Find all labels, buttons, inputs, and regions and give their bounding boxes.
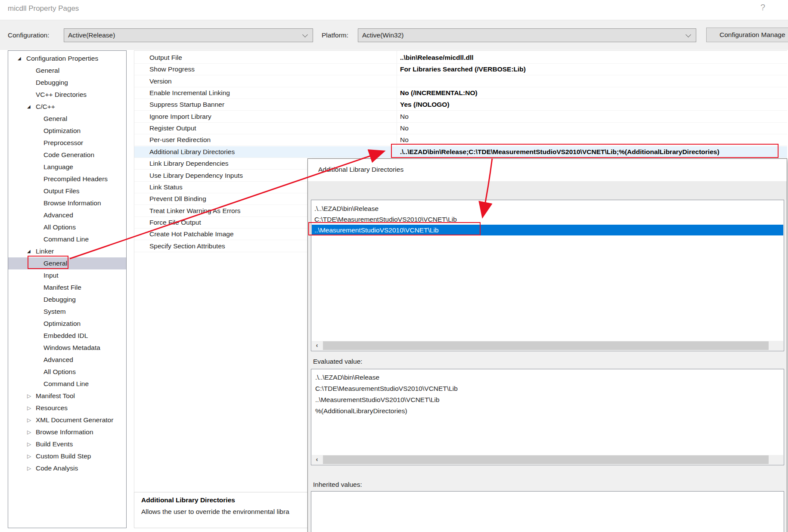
grid-row-enable-incremental-linking[interactable]: Enable Incremental LinkingNo (/INCREMENT… bbox=[134, 87, 787, 99]
expander-open-icon[interactable]: ◢ bbox=[27, 245, 31, 257]
tree-item-precompiled-headers[interactable]: Precompiled Headers bbox=[8, 173, 126, 185]
tree-item-optimization[interactable]: Optimization bbox=[8, 318, 126, 330]
tree-item-general[interactable]: General bbox=[8, 257, 126, 269]
tree-item-manifest-file[interactable]: Manifest File bbox=[8, 281, 126, 294]
expander-open-icon[interactable]: ◢ bbox=[18, 53, 21, 65]
platform-dropdown[interactable]: Active(Win32) bbox=[358, 28, 696, 42]
grid-row-suppress-startup-banner[interactable]: Suppress Startup BannerYes (/NOLOGO) bbox=[134, 99, 787, 111]
tree-item-output-files[interactable]: Output Files bbox=[8, 185, 126, 197]
property-value[interactable]: ..\bin\Release/micdll.dll bbox=[400, 54, 474, 62]
configuration-manager-button-label: Configuration Manage bbox=[720, 31, 785, 39]
tree-item-command-line[interactable]: Command Line bbox=[8, 378, 126, 390]
tree-item-label: General bbox=[43, 113, 67, 125]
evaluated-horizontal-scrollbar[interactable]: ‹ bbox=[312, 455, 783, 464]
tree-item-command-line[interactable]: Command Line bbox=[8, 233, 126, 245]
directory-list-item[interactable]: C:\TDE\MeasurementStudioVS2010\VCNET\Lib bbox=[312, 214, 783, 225]
inherited-values-box[interactable] bbox=[311, 491, 784, 532]
tree-item-label: Preprocessor bbox=[43, 137, 83, 149]
configuration-bar: Configuration: Active(Release) Platform:… bbox=[0, 20, 788, 50]
tree-item-advanced[interactable]: Advanced bbox=[8, 209, 126, 221]
tree-item-code-generation[interactable]: Code Generation bbox=[8, 149, 126, 161]
directory-list-item[interactable]: .\..\EZAD\bin\Release bbox=[312, 203, 783, 214]
tree-item-optimization[interactable]: Optimization bbox=[8, 125, 126, 137]
tree-item-label: Language bbox=[43, 161, 73, 173]
grid-row-show-progress[interactable]: Show ProgressFor Libraries Searched (/VE… bbox=[134, 64, 787, 75]
property-label: Specify Section Attributes bbox=[149, 242, 225, 250]
tree-item-configuration-properties[interactable]: ◢Configuration Properties bbox=[8, 53, 126, 65]
tree-item-label: Code Generation bbox=[43, 149, 94, 161]
grid-row-per-user-redirection[interactable]: Per-user RedirectionNo bbox=[134, 134, 787, 146]
property-value[interactable]: .\..\EZAD\bin\Release;C:\TDE\Measurement… bbox=[400, 148, 720, 156]
tree-item-linker[interactable]: ◢Linker bbox=[8, 245, 126, 257]
evaluated-line: C:\TDE\MeasurementStudioVS2010\VCNET\Lib bbox=[315, 383, 458, 394]
help-icon[interactable]: ? bbox=[760, 3, 765, 12]
tree-item-all-options[interactable]: All Options bbox=[8, 221, 126, 233]
tree-item-language[interactable]: Language bbox=[8, 161, 126, 173]
configuration-dropdown[interactable]: Active(Release) bbox=[64, 28, 313, 42]
scroll-left-icon[interactable]: ‹ bbox=[312, 455, 322, 464]
tree-item-debugging[interactable]: Debugging bbox=[8, 294, 126, 306]
expander-collapsed-icon[interactable]: ▷ bbox=[27, 426, 31, 438]
tree-item-label: Browse Information bbox=[36, 426, 93, 438]
tree-item-windows-metadata[interactable]: Windows Metadata bbox=[8, 342, 126, 354]
tree-item-label: Command Line bbox=[43, 233, 89, 245]
expander-open-icon[interactable]: ◢ bbox=[27, 101, 31, 113]
tree-item-general[interactable]: General bbox=[8, 113, 126, 125]
tree-item-build-events[interactable]: ▷Build Events bbox=[8, 438, 126, 450]
directory-list-item[interactable]: ..\MeasurementStudioVS2010\VCNET\Lib bbox=[312, 225, 783, 235]
expander-collapsed-icon[interactable]: ▷ bbox=[27, 462, 31, 474]
property-value[interactable]: No (/INCREMENTAL:NO) bbox=[400, 89, 478, 97]
tree-item-browse-information[interactable]: ▷Browse Information bbox=[8, 426, 126, 438]
chevron-down-icon[interactable] bbox=[686, 32, 691, 37]
tree-item-embedded-idl[interactable]: Embedded IDL bbox=[8, 330, 126, 342]
tree-item-label: Debugging bbox=[43, 294, 76, 306]
tree-item-xml-document-generator[interactable]: ▷XML Document Generator bbox=[8, 414, 126, 426]
chevron-down-icon[interactable] bbox=[302, 32, 308, 37]
property-value[interactable]: No bbox=[400, 113, 409, 121]
expander-collapsed-icon[interactable]: ▷ bbox=[27, 438, 31, 450]
grid-row-additional-library-directories[interactable]: Additional Library Directories.\..\EZAD\… bbox=[134, 146, 787, 158]
tree-item-resources[interactable]: ▷Resources bbox=[8, 402, 126, 414]
scrollbar-thumb[interactable] bbox=[323, 455, 769, 464]
grid-row-register-output[interactable]: Register OutputNo bbox=[134, 123, 787, 134]
expander-collapsed-icon[interactable]: ▷ bbox=[27, 390, 31, 402]
tree-item-code-analysis[interactable]: ▷Code Analysis bbox=[8, 462, 126, 474]
property-label: Suppress Startup Banner bbox=[149, 101, 224, 108]
grid-row-output-file[interactable]: Output File..\bin\Release/micdll.dll bbox=[134, 52, 787, 64]
evaluated-value-label: Evaluated value: bbox=[313, 358, 363, 365]
property-value[interactable]: Yes (/NOLOGO) bbox=[400, 101, 450, 108]
expander-collapsed-icon[interactable]: ▷ bbox=[27, 414, 31, 426]
tree-item-advanced[interactable]: Advanced bbox=[8, 354, 126, 366]
expander-collapsed-icon[interactable]: ▷ bbox=[27, 450, 31, 462]
tree-item-c-c[interactable]: ◢C/C++ bbox=[8, 101, 126, 113]
property-value[interactable]: For Libraries Searched (/VERBOSE:Lib) bbox=[400, 65, 526, 73]
tree-item-vc-directories[interactable]: VC++ Directories bbox=[8, 89, 126, 101]
evaluated-value-box[interactable]: .\..\EZAD\bin\ReleaseC:\TDE\MeasurementS… bbox=[311, 369, 784, 465]
configuration-manager-button[interactable]: Configuration Manage bbox=[706, 28, 788, 42]
tree-item-all-options[interactable]: All Options bbox=[8, 366, 126, 378]
tree-item-manifest-tool[interactable]: ▷Manifest Tool bbox=[8, 390, 126, 402]
tree-item-system[interactable]: System bbox=[8, 306, 126, 318]
tree-item-input[interactable]: Input bbox=[8, 269, 126, 281]
expander-collapsed-icon[interactable]: ▷ bbox=[27, 402, 31, 414]
tree-item-browse-information[interactable]: Browse Information bbox=[8, 197, 126, 209]
tree-item-label: General bbox=[43, 257, 67, 269]
tree-item-custom-build-step[interactable]: ▷Custom Build Step bbox=[8, 450, 126, 462]
property-value[interactable]: No bbox=[400, 124, 409, 132]
property-label: Prevent Dll Binding bbox=[149, 195, 206, 203]
scrollbar-thumb[interactable] bbox=[323, 341, 769, 350]
configuration-tree: ◢Configuration PropertiesGeneralDebuggin… bbox=[8, 50, 127, 528]
additional-library-directories-dialog: Additional Library Directories ‹ .\..\EZ… bbox=[307, 158, 787, 532]
directories-list[interactable]: ‹ .\..\EZAD\bin\ReleaseC:\TDE\Measuremen… bbox=[311, 200, 784, 351]
grid-row-ignore-import-library[interactable]: Ignore Import LibraryNo bbox=[134, 111, 787, 123]
property-label: Show Progress bbox=[149, 65, 195, 73]
property-label: Create Hot Patchable Image bbox=[149, 230, 234, 238]
tree-item-debugging[interactable]: Debugging bbox=[8, 77, 126, 89]
scroll-left-icon[interactable]: ‹ bbox=[312, 341, 322, 350]
list-horizontal-scrollbar[interactable]: ‹ bbox=[312, 341, 783, 350]
configuration-dropdown-value: Active(Release) bbox=[68, 31, 115, 39]
property-value[interactable]: No bbox=[400, 136, 409, 144]
grid-row-version[interactable]: Version bbox=[134, 76, 787, 87]
tree-item-preprocessor[interactable]: Preprocessor bbox=[8, 137, 126, 149]
tree-item-general[interactable]: General bbox=[8, 65, 126, 77]
